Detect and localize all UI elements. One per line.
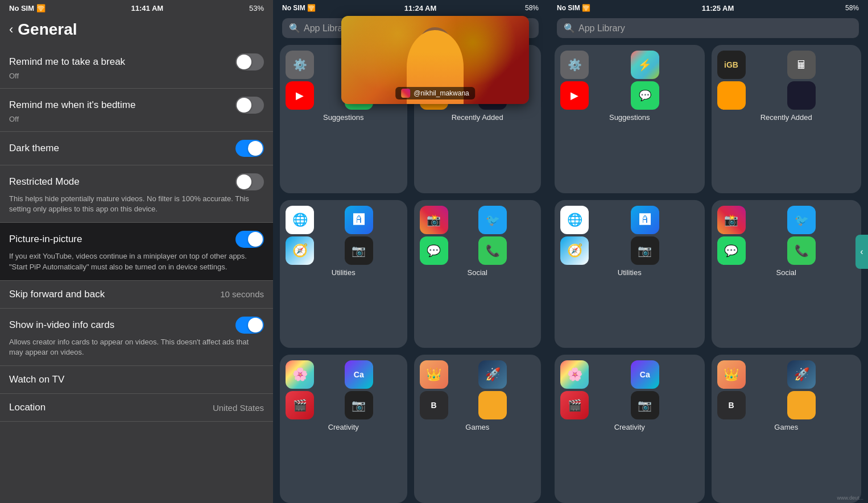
app-icon-canva-3: Ca <box>631 360 659 389</box>
desc-pip: If you exit YouTube, videos continue in … <box>9 251 264 272</box>
status-center-1: 11:41 AM <box>131 4 164 13</box>
setting-remind-break[interactable]: Remind me to take a break Off <box>0 45 273 89</box>
status-center-3: 11:25 AM <box>702 4 734 13</box>
toggle-dark-theme[interactable] <box>235 140 264 157</box>
app-icon-appstore-2: 🅰 <box>345 206 373 234</box>
side-arrow-icon: ‹ <box>860 247 863 257</box>
app-icon-whatsapp-3: 💬 <box>631 81 659 110</box>
folder-grid-recent-3: iGB 🖩 <box>717 51 856 110</box>
setting-location[interactable]: Location United States <box>0 394 273 422</box>
app-grid-3: ⚙️ ⚡ ▶ 💬 Suggestions iGB 🖩 Recently Adde… <box>548 45 868 503</box>
folder-grid-creativity-2: 🌸 Ca 🎬 📷 <box>286 360 402 419</box>
app-icon-game1-3: 👑 <box>717 360 746 389</box>
app-library-clean-panel: No SIM 🛜 11:25 AM 58% 🔍 App Library ⚙️ ⚡… <box>548 0 868 503</box>
app-icon-cam2-2: 📷 <box>345 391 373 419</box>
app-icon-safari-3: 🧭 <box>560 236 589 265</box>
app-icon-igb-3: iGB <box>717 51 746 79</box>
setting-label-watch-tv: Watch on TV <box>9 374 64 385</box>
app-library-pip-panel: No SIM 🛜 11:24 AM 58% @nikhil_makwana 🔍 … <box>273 0 548 503</box>
folder-grid-suggestions-3: ⚙️ ⚡ ▶ 💬 <box>560 51 699 110</box>
app-icon-safari-2: 🧭 <box>286 236 314 265</box>
setting-watch-tv[interactable]: Watch on TV <box>0 366 273 394</box>
toggle-pip[interactable] <box>235 231 264 248</box>
app-icon-instagram-2: 📸 <box>420 206 448 234</box>
app-icon-inshot-2: 🎬 <box>286 391 314 419</box>
setting-dark-theme[interactable]: Dark theme <box>0 132 273 165</box>
folder-grid-social-2: 📸 🐦 💬 📞 <box>420 206 536 265</box>
setting-label-pip: Picture-in-picture <box>9 234 82 245</box>
app-icon-settings-2: ⚙️ <box>286 51 314 79</box>
folder-games-2[interactable]: 👑 🚀 B Games <box>414 355 542 503</box>
desc-restricted: This helps hide potentially mature video… <box>9 194 264 214</box>
setting-label-dark-theme: Dark theme <box>9 143 59 154</box>
folder-label-utilities-3: Utilities <box>618 268 642 277</box>
app-icon-youtube-3: ▶ <box>560 81 589 110</box>
app-icon-game2-3: 🚀 <box>787 360 816 389</box>
setting-value-location: United States <box>213 403 264 413</box>
folder-label-creativity-2: Creativity <box>328 423 359 431</box>
folder-grid-games-3: 👑 🚀 B <box>717 360 856 419</box>
app-icon-cam2-3: 📷 <box>631 391 659 419</box>
folder-social-3[interactable]: 📸 🐦 💬 📞 Social <box>712 200 862 348</box>
page-title: General <box>18 20 77 39</box>
app-icon-bezel-3 <box>787 81 816 110</box>
search-icon-2: 🔍 <box>289 23 300 34</box>
app-icon-calc-3: 🖩 <box>787 51 816 79</box>
pip-window[interactable]: @nikhil_makwana <box>341 16 529 104</box>
folder-creativity-2[interactable]: 🌸 Ca 🎬 📷 Creativity <box>280 355 407 503</box>
setting-info-cards[interactable]: Show in-video info cards Allows creator … <box>0 309 273 366</box>
app-icon-settings-3: ⚙️ <box>560 51 589 79</box>
app-icon-photos-3: 🌸 <box>560 360 589 389</box>
app-icon-chrome-3: 🌐 <box>560 206 589 234</box>
app-icon-twitter-3: 🐦 <box>787 206 816 234</box>
folder-grid-utilities-3: 🌐 🅰 🧭 📷 <box>560 206 699 265</box>
folder-label-social-3: Social <box>776 268 796 277</box>
pip-video: @nikhil_makwana <box>341 16 529 104</box>
setting-bedtime[interactable]: Remind me when it's bedtime Off <box>0 89 273 132</box>
folder-social-2[interactable]: 📸 🐦 💬 📞 Social <box>414 200 542 348</box>
toggle-bedtime[interactable] <box>235 97 264 114</box>
app-library-search-3[interactable]: 🔍 App Library <box>557 18 859 38</box>
app-icon-bezel-g-2: B <box>420 391 448 419</box>
setting-restricted[interactable]: Restricted Mode This helps hide potentia… <box>0 165 273 223</box>
status-bar-3: No SIM 🛜 11:25 AM 58% <box>548 0 868 16</box>
folder-grid-utilities-2: 🌐 🅰 🧭 📷 <box>286 206 402 265</box>
setting-label-skip: Skip forward and back <box>9 289 105 300</box>
app-icon-canva-2: Ca <box>345 360 373 389</box>
folder-utilities-2[interactable]: 🌐 🅰 🧭 📷 Utilities <box>280 200 407 348</box>
folder-suggestions-3[interactable]: ⚙️ ⚡ ▶ 💬 Suggestions <box>555 45 705 193</box>
status-center-2: 11:24 AM <box>404 4 437 13</box>
folder-recently-added-3[interactable]: iGB 🖩 Recently Added <box>712 45 862 193</box>
search-placeholder-3: App Library <box>578 23 625 34</box>
status-left-1: No SIM 🛜 <box>9 4 46 13</box>
app-icon-appstore-3: 🅰 <box>631 206 659 234</box>
settings-panel: No SIM 🛜 11:41 AM 53% ‹ General Remind m… <box>0 0 273 503</box>
settings-list: Remind me to take a break Off Remind me … <box>0 45 273 503</box>
app-icon-whatsapp-s-3: 💬 <box>717 236 746 265</box>
toggle-info-cards[interactable] <box>235 317 264 334</box>
app-icon-phone-3: 📞 <box>787 236 816 265</box>
app-icon-whatsapp-s-2: 💬 <box>420 236 448 265</box>
app-icon-camera-2: 📷 <box>345 236 373 265</box>
setting-skip[interactable]: Skip forward and back 10 seconds <box>0 281 273 309</box>
folder-grid-creativity-3: 🌸 Ca 🎬 📷 <box>560 360 699 419</box>
app-icon-bezel-g-3: B <box>717 391 746 419</box>
toggle-restricted[interactable] <box>235 173 264 190</box>
back-button[interactable]: ‹ <box>9 22 13 37</box>
folder-creativity-3[interactable]: 🌸 Ca 🎬 📷 Creativity <box>555 355 705 503</box>
pip-overlay-label: @nikhil_makwana <box>395 87 475 99</box>
setting-pip[interactable]: Picture-in-picture If you exit YouTube, … <box>0 223 273 280</box>
toggle-remind-break[interactable] <box>235 53 264 70</box>
setting-label-restricted: Restricted Mode <box>9 176 80 188</box>
app-icon-game2-2: 🚀 <box>478 360 507 389</box>
app-icon-shortcuts-3: ⚡ <box>631 51 659 79</box>
status-left-2: No SIM 🛜 <box>282 4 316 12</box>
folder-games-3[interactable]: 👑 🚀 B Games <box>712 355 862 503</box>
app-icon-photos-2: 🌸 <box>286 360 314 389</box>
status-bar-2: No SIM 🛜 11:24 AM 58% <box>273 0 548 16</box>
setting-label-info-cards: Show in-video info cards <box>9 319 114 331</box>
folder-label-creativity-3: Creativity <box>614 423 645 431</box>
folder-grid-games-2: 👑 🚀 B <box>420 360 536 419</box>
folder-utilities-3[interactable]: 🌐 🅰 🧭 📷 Utilities <box>555 200 705 348</box>
side-handle[interactable]: ‹ <box>855 235 868 269</box>
